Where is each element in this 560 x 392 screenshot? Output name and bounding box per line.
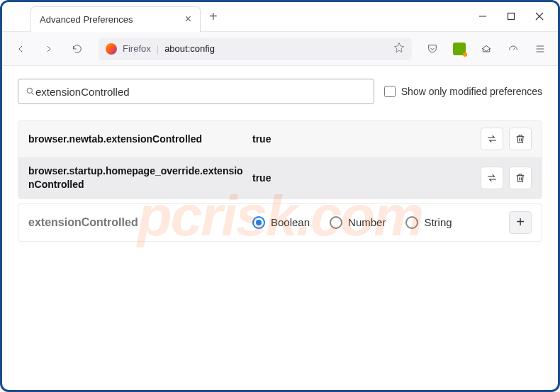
address-prefix: Firefox xyxy=(123,43,151,54)
search-row: Show only modified preferences xyxy=(18,79,542,104)
page-content: Show only modified preferences browser.n… xyxy=(2,66,558,254)
modified-only-input[interactable] xyxy=(384,86,396,97)
new-tab-button[interactable]: + xyxy=(209,9,218,25)
modified-only-checkbox[interactable]: Show only modified preferences xyxy=(384,86,542,97)
address-separator: | xyxy=(157,43,159,54)
new-preference-name: extensionControlled xyxy=(28,216,248,229)
new-preference-row: extensionControlled Boolean Number Strin… xyxy=(18,203,542,242)
search-input[interactable] xyxy=(35,86,366,98)
svg-rect-1 xyxy=(508,13,515,19)
dashboard-icon[interactable] xyxy=(503,38,524,60)
svg-point-7 xyxy=(27,88,32,93)
delete-button[interactable] xyxy=(509,128,532,150)
pocket-icon[interactable] xyxy=(422,38,443,60)
firefox-logo-icon xyxy=(106,43,117,55)
radio-icon xyxy=(330,216,342,229)
inbox-icon[interactable] xyxy=(476,38,497,60)
toolbar-icons xyxy=(422,38,551,60)
toggle-button[interactable] xyxy=(481,128,503,150)
preference-row[interactable]: browser.startup.homepage_override.extens… xyxy=(18,157,542,198)
modified-only-label: Show only modified preferences xyxy=(401,86,542,97)
radio-icon xyxy=(252,216,265,229)
preference-name: browser.startup.homepage_override.extens… xyxy=(28,164,248,191)
svg-line-8 xyxy=(32,93,34,95)
type-label: Boolean xyxy=(271,216,310,228)
close-tab-icon[interactable]: × xyxy=(185,13,191,26)
type-option-boolean[interactable]: Boolean xyxy=(252,216,310,229)
forward-button[interactable] xyxy=(38,38,60,60)
search-icon xyxy=(26,86,35,96)
preference-actions xyxy=(481,167,532,189)
extension-icon[interactable] xyxy=(449,38,470,60)
radio-icon xyxy=(405,216,418,229)
bookmark-star-icon[interactable] xyxy=(393,42,405,56)
delete-button[interactable] xyxy=(509,167,532,189)
type-radio-group: Boolean Number String xyxy=(248,216,509,229)
type-option-number[interactable]: Number xyxy=(330,216,386,229)
address-bar[interactable]: Firefox | about:config xyxy=(99,38,412,60)
type-label: String xyxy=(424,216,452,228)
add-preference-button[interactable]: + xyxy=(509,211,532,234)
preference-row[interactable]: browser.newtab.extensionControlled true xyxy=(18,121,542,157)
browser-tab[interactable]: Advanced Preferences × xyxy=(30,6,201,32)
preference-value: true xyxy=(248,172,481,184)
maximize-button[interactable] xyxy=(507,11,515,23)
address-path: about:config xyxy=(164,43,215,54)
tab-title: Advanced Preferences xyxy=(40,14,133,25)
type-label: Number xyxy=(348,216,386,228)
window-titlebar: Advanced Preferences × + xyxy=(2,2,558,32)
hamburger-menu-icon[interactable] xyxy=(530,38,551,60)
search-input-wrapper[interactable] xyxy=(18,79,374,104)
window-controls xyxy=(478,11,558,23)
close-window-button[interactable] xyxy=(535,11,544,23)
preference-value: true xyxy=(248,133,481,145)
reload-button[interactable] xyxy=(66,38,89,60)
minimize-button[interactable] xyxy=(478,11,487,23)
preference-name: browser.newtab.extensionControlled xyxy=(28,133,248,146)
back-button[interactable] xyxy=(9,38,32,60)
toggle-button[interactable] xyxy=(481,167,503,189)
browser-toolbar: Firefox | about:config xyxy=(2,32,558,66)
preference-list: browser.newtab.extensionControlled true … xyxy=(18,120,542,199)
type-option-string[interactable]: String xyxy=(405,216,452,229)
preference-actions xyxy=(481,128,532,150)
